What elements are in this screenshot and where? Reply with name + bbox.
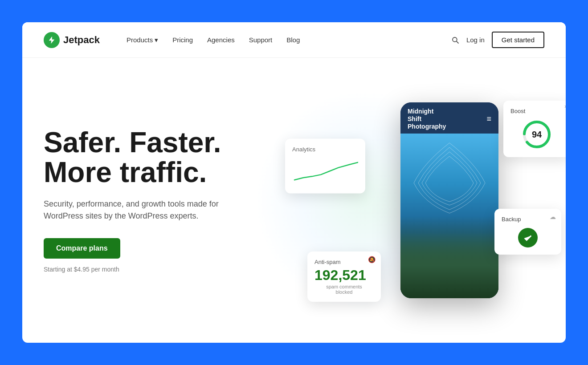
boost-score-circle: 94 — [521, 119, 552, 150]
nav-actions: Log in Get started — [451, 32, 544, 48]
backup-card: Backup ☁ — [494, 209, 561, 255]
phone-image — [400, 134, 498, 298]
logo-text: Jetpack — [63, 34, 100, 46]
nav-agencies[interactable]: Agencies — [202, 32, 240, 47]
analytics-card: Analytics — [285, 139, 365, 194]
checkmark-icon — [523, 233, 533, 243]
boost-card: Boost » 94 — [503, 101, 566, 157]
nav-blog[interactable]: Blog — [281, 32, 305, 47]
nav-pricing[interactable]: Pricing — [167, 32, 198, 47]
phone-top-bar: MidnightShiftPhotography ≡ — [400, 102, 498, 134]
login-button[interactable]: Log in — [466, 36, 485, 44]
boost-score: 94 — [532, 130, 542, 140]
hero-content: Safer. Faster. More traffic. Security, p… — [22, 58, 294, 343]
search-icon — [451, 36, 459, 44]
nav-support[interactable]: Support — [244, 32, 278, 47]
phone-site-name: MidnightShiftPhotography — [408, 108, 446, 130]
nav-products[interactable]: Products ▾ — [121, 32, 163, 48]
svg-point-0 — [453, 37, 457, 42]
antispam-icon: 🔕 — [368, 256, 376, 263]
phone-mockup: MidnightShiftPhotography ≡ — [400, 102, 498, 298]
get-started-button[interactable]: Get started — [492, 32, 544, 48]
antispam-sub: spam commentsblocked — [314, 284, 374, 295]
boost-card-title: Boost — [510, 108, 563, 114]
antispam-count: 192,521 — [314, 268, 374, 282]
hero-subtitle: Security, performance, and growth tools … — [44, 198, 231, 222]
backup-cloud-icon-top: ☁ — [550, 213, 556, 220]
backup-check-icon — [518, 228, 538, 247]
backup-icon — [502, 228, 554, 247]
navigation: Jetpack Products ▾ Pricing Agencies Supp… — [22, 22, 566, 58]
compare-plans-button[interactable]: Compare plans — [44, 238, 120, 259]
boost-more-icon: » — [564, 103, 566, 110]
svg-line-1 — [457, 41, 459, 43]
hero-section: Safer. Faster. More traffic. Security, p… — [22, 58, 566, 343]
price-note: Starting at $4.95 per month — [44, 266, 273, 273]
hero-visual: MidnightShiftPhotography ≡ — [294, 58, 566, 343]
main-container: Jetpack Products ▾ Pricing Agencies Supp… — [22, 22, 566, 343]
chevron-down-icon: ▾ — [155, 36, 158, 44]
logo-icon — [44, 32, 60, 48]
hero-title: Safer. Faster. More traffic. — [44, 128, 273, 187]
antispam-title: Anti-spam — [314, 259, 374, 265]
backup-card-title: Backup — [502, 216, 554, 223]
logo[interactable]: Jetpack — [44, 32, 100, 48]
analytics-card-title: Analytics — [292, 146, 358, 153]
nav-links: Products ▾ Pricing Agencies Support Blog — [121, 32, 451, 48]
lightning-icon — [47, 36, 56, 45]
search-button[interactable] — [451, 36, 459, 44]
analytics-chart — [292, 158, 358, 185]
phone-menu-icon: ≡ — [486, 114, 491, 124]
antispam-card: Anti-spam 🔕 192,521 spam commentsblocked — [307, 251, 381, 302]
